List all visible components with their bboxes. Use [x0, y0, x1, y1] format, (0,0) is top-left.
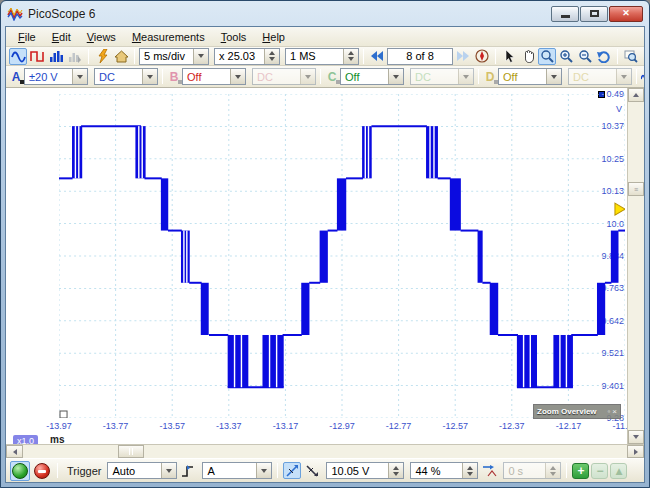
- close-button[interactable]: ✕: [609, 6, 643, 22]
- rising-edge-icon: [285, 464, 299, 478]
- minimize-button[interactable]: [551, 6, 579, 22]
- signal-generator-button[interactable]: [93, 48, 111, 65]
- scope-mode-button[interactable]: [9, 48, 27, 65]
- histogram-icon: [49, 50, 64, 63]
- maximize-button[interactable]: [580, 6, 608, 22]
- start-capture-button[interactable]: [10, 461, 30, 481]
- buffer-navigator-button[interactable]: [473, 48, 491, 65]
- zoom-window-icon: [624, 49, 638, 63]
- stop-capture-button[interactable]: [32, 461, 52, 481]
- chevron-down-icon[interactable]: [230, 69, 245, 84]
- delay-arrow-icon: [482, 464, 497, 477]
- timebase-value: 5 ms/div: [140, 50, 193, 62]
- math-channels-button[interactable]: M: [641, 71, 645, 83]
- zoom-out-button[interactable]: [576, 48, 594, 65]
- stepper-arrows-icon[interactable]: [388, 463, 403, 478]
- scroll-left-icon[interactable]: [6, 445, 23, 458]
- double-right-arrow-disabled-icon: [456, 50, 470, 62]
- zoom-out-icon: [578, 49, 592, 63]
- menu-item-edit[interactable]: Edit: [44, 29, 79, 45]
- chevron-down-icon[interactable]: [161, 463, 176, 478]
- normal-selection-button[interactable]: [500, 48, 518, 65]
- stepper-arrows-icon[interactable]: [343, 49, 358, 64]
- chevron-down-icon[interactable]: [142, 69, 157, 84]
- scroll-up-icon[interactable]: [628, 88, 644, 102]
- channel-a-coupling-select[interactable]: DC: [94, 68, 158, 85]
- menu-item-file[interactable]: File: [10, 29, 44, 45]
- vertical-scrollbar[interactable]: ≡: [627, 88, 644, 444]
- rising-edge-button[interactable]: [283, 462, 301, 479]
- undo-zoom-button[interactable]: [595, 48, 613, 65]
- advanced-trigger-button[interactable]: [179, 462, 197, 479]
- horizontal-scrollbar[interactable]: [6, 444, 644, 458]
- trigger-toolbar: Trigger Auto A 10.05 V: [6, 458, 644, 482]
- buffer-index-box[interactable]: 8 of 8: [387, 48, 453, 65]
- window-title: PicoScope 6: [28, 7, 95, 21]
- close-icon[interactable]: ×: [612, 407, 617, 416]
- menu-bar: FileEditViewsMeasurementsToolsHelp: [6, 27, 644, 47]
- channel-b-coupling-value: DC: [253, 71, 300, 83]
- channel-d-range-select[interactable]: Off: [498, 68, 562, 85]
- falling-edge-button[interactable]: [303, 462, 321, 479]
- magnifier-icon: [540, 49, 554, 63]
- marquee-zoom-button[interactable]: [538, 48, 556, 65]
- zoom-overview-button[interactable]: [622, 48, 640, 65]
- trigger-source-select[interactable]: A: [202, 462, 272, 479]
- samples-stepper[interactable]: 1 MS: [285, 48, 359, 65]
- channel-b-chip[interactable]: B: [167, 70, 181, 84]
- zoom-factor-badge: x1.0: [13, 435, 38, 444]
- chevron-down-icon[interactable]: [72, 69, 87, 84]
- pretrigger-stepper[interactable]: 44 %: [410, 462, 478, 479]
- waveform-plot[interactable]: [59, 94, 625, 418]
- channel-a-range-value: ±20 V: [25, 71, 72, 83]
- stepper-arrows-icon: [545, 463, 560, 478]
- lightning-icon: [96, 49, 109, 63]
- scroll-down-icon[interactable]: [628, 430, 644, 444]
- channel-a-chip[interactable]: A: [9, 70, 23, 84]
- falling-edge-icon: [305, 464, 319, 478]
- zoom-in-icon: [559, 49, 573, 63]
- timebase-select[interactable]: 5 ms/div: [139, 48, 209, 65]
- trigger-delay-button[interactable]: [480, 462, 498, 479]
- prev-buffer-button[interactable]: [368, 48, 386, 65]
- vertical-scroll-thumb[interactable]: ≡: [628, 182, 644, 196]
- add-measurement-button[interactable]: +: [572, 463, 589, 479]
- math-wave-icon: [641, 71, 645, 83]
- channel-a-range-select[interactable]: ±20 V: [24, 68, 88, 85]
- channel-b-range-select[interactable]: Off: [182, 68, 246, 85]
- x-tick-label: -13.57: [159, 421, 185, 431]
- menu-item-tools[interactable]: Tools: [213, 29, 255, 45]
- chevron-down-icon[interactable]: [546, 69, 561, 84]
- main-toolbar: 5 ms/div x 25.03 1 MS 8 of 8: [6, 47, 644, 66]
- channel-c-chip[interactable]: C: [325, 70, 339, 84]
- trigger-mode-select[interactable]: Auto: [107, 462, 177, 479]
- pin-icon[interactable]: ◦: [607, 407, 610, 416]
- channel-c-range-value: Off: [341, 71, 388, 83]
- spectrum-mode-button[interactable]: [28, 48, 46, 65]
- zoom-factor-stepper[interactable]: x 25.03: [214, 48, 280, 65]
- buffer-index-value: 8 of 8: [388, 50, 452, 62]
- hand-tool-button[interactable]: [519, 48, 537, 65]
- channel-c-range-select[interactable]: Off: [340, 68, 404, 85]
- scope-view[interactable]: 0.4910.3710.2510.1310.09.8849.7639.6429.…: [6, 88, 627, 444]
- remove-measurement-button: −: [591, 463, 608, 479]
- home-settings-button[interactable]: [112, 48, 130, 65]
- chevron-down-icon[interactable]: [388, 69, 403, 84]
- title-bar[interactable]: PicoScope 6 ✕: [1, 1, 649, 26]
- stepper-arrows-icon[interactable]: [462, 463, 477, 478]
- menu-item-help[interactable]: Help: [254, 29, 293, 45]
- menu-item-views[interactable]: Views: [79, 29, 124, 45]
- zoom-in-button[interactable]: [557, 48, 575, 65]
- horizontal-scroll-thumb[interactable]: [118, 445, 144, 458]
- menu-item-measurements[interactable]: Measurements: [124, 29, 213, 45]
- scroll-right-icon[interactable]: [627, 445, 644, 458]
- channel-d-chip[interactable]: D: [483, 70, 497, 84]
- persistence-mode-button[interactable]: [47, 48, 65, 65]
- channel-b-coupling-select: DC: [252, 68, 316, 85]
- chevron-down-icon[interactable]: [256, 463, 271, 478]
- stepper-arrows-icon[interactable]: [264, 49, 279, 64]
- trigger-level-stepper[interactable]: 10.05 V: [326, 462, 404, 479]
- zoom-overview-panel[interactable]: Zoom Overview ◦ ×: [533, 404, 621, 419]
- x-tick-label: -13.17: [273, 421, 299, 431]
- chevron-down-icon[interactable]: [193, 49, 208, 64]
